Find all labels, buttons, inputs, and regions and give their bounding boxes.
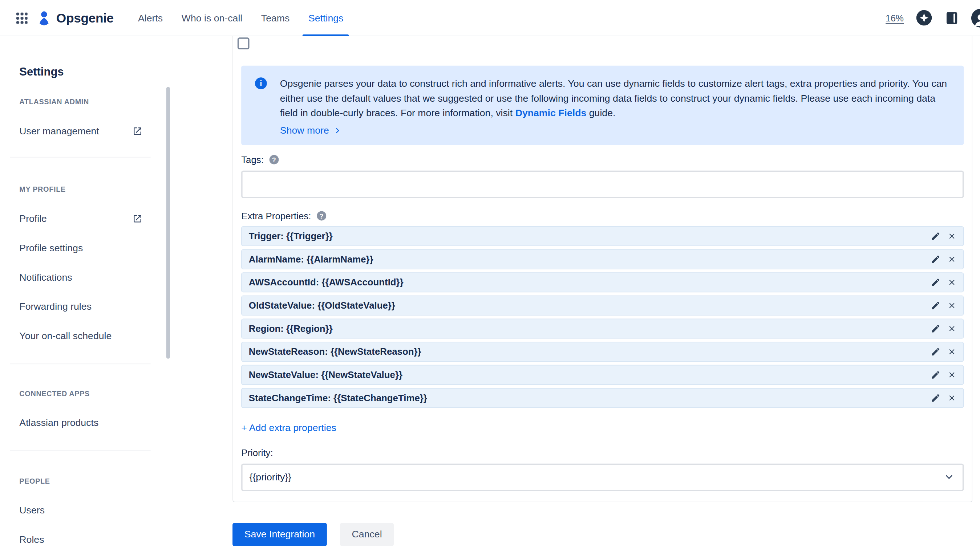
- priority-selected-value: {{priority}}: [250, 471, 292, 482]
- sidebar-scrollbar[interactable]: [166, 87, 170, 359]
- sidebar-item-notifications[interactable]: Notifications: [19, 270, 142, 284]
- sidebar-item-label: Roles: [19, 533, 44, 547]
- extra-property-value: Trigger: {{Trigger}}: [249, 230, 333, 241]
- remove-x-icon[interactable]: [948, 254, 956, 263]
- sidebar-item-forwarding-rules[interactable]: Forwarding rules: [19, 300, 142, 314]
- sidebar-item-label: Profile: [19, 212, 47, 225]
- sidebar-item-label: Your on-call schedule: [19, 329, 111, 343]
- primary-nav: Alerts Who is on-call Teams Settings: [132, 0, 356, 36]
- extra-properties-label-row: Extra Properties: ?: [241, 210, 964, 222]
- sidebar-item-label: Atlassian products: [19, 416, 99, 430]
- extra-properties-label: Extra Properties:: [241, 210, 311, 222]
- sidebar-divider: [10, 451, 151, 451]
- row-actions: [931, 323, 956, 333]
- sidebar-item-your-on-call-schedule[interactable]: Your on-call schedule: [19, 329, 142, 343]
- tags-help-icon[interactable]: ?: [269, 155, 278, 165]
- sidebar-item-roles[interactable]: Roles: [19, 533, 142, 547]
- opsgenie-logo-icon: [36, 10, 52, 26]
- row-actions: [931, 231, 956, 241]
- edit-pencil-icon[interactable]: [931, 277, 941, 287]
- info-icon: i: [255, 77, 267, 89]
- sidebar-item-profile[interactable]: Profile: [19, 212, 142, 225]
- form-checkbox[interactable]: [237, 37, 250, 49]
- remove-x-icon[interactable]: [948, 301, 956, 309]
- app-switcher-icon[interactable]: [16, 12, 28, 24]
- external-link-icon: [132, 214, 143, 224]
- row-actions: [931, 370, 956, 380]
- sidebar-item-user-management[interactable]: User management: [19, 124, 142, 138]
- edit-pencil-icon[interactable]: [931, 370, 941, 380]
- sidebar-divider: [10, 363, 151, 364]
- extra-property-value: AWSAccountId: {{AWSAccountId}}: [249, 277, 404, 287]
- edit-pencil-icon[interactable]: [931, 254, 941, 264]
- save-integration-button[interactable]: Save Integration: [232, 522, 327, 546]
- remove-x-icon[interactable]: [948, 393, 956, 402]
- info-text-after: guide.: [589, 108, 616, 118]
- compass-icon[interactable]: [916, 10, 932, 26]
- info-banner: i Opsgenie parses your data to construct…: [241, 66, 964, 145]
- sidebar-item-label: Users: [19, 504, 45, 517]
- info-banner-body: Opsgenie parses your data to construct r…: [280, 76, 951, 136]
- nav-item-teams[interactable]: Teams: [255, 0, 295, 36]
- remove-x-icon[interactable]: [948, 347, 956, 356]
- priority-label-row: Priority:: [241, 447, 964, 458]
- extra-property-value: AlarmName: {{AlarmName}}: [249, 254, 374, 264]
- brand-name: Opsgenie: [56, 10, 114, 25]
- extra-property-row: AlarmName: {{AlarmName}}: [241, 249, 964, 269]
- sidebar-item-profile-settings[interactable]: Profile settings: [19, 241, 142, 255]
- remove-x-icon[interactable]: [948, 370, 956, 379]
- dynamic-fields-link[interactable]: Dynamic Fields: [515, 108, 587, 118]
- row-actions: [931, 346, 956, 357]
- opsgenie-brand[interactable]: Opsgenie: [36, 10, 114, 26]
- extra-property-value: NewStateValue: {{NewStateValue}}: [249, 369, 402, 380]
- sidebar-item-label: Notifications: [19, 270, 72, 284]
- show-more-link[interactable]: Show more: [280, 125, 341, 136]
- nav-item-settings[interactable]: Settings: [303, 0, 349, 36]
- sidebar-divider: [10, 157, 151, 157]
- zoom-indicator[interactable]: 16%: [886, 13, 904, 23]
- priority-label: Priority:: [241, 447, 273, 458]
- external-link-icon: [132, 126, 143, 136]
- extra-property-value: Region: {{Region}}: [249, 323, 333, 334]
- integration-form-card: i Opsgenie parses your data to construct…: [232, 36, 972, 502]
- sidebar-item-label: User management: [19, 124, 99, 138]
- tags-input[interactable]: [241, 170, 964, 198]
- add-extra-properties-link[interactable]: + Add extra properties: [241, 422, 336, 433]
- sidebar-item-users[interactable]: Users: [19, 504, 142, 517]
- edit-pencil-icon[interactable]: [931, 346, 941, 357]
- remove-x-icon[interactable]: [948, 278, 956, 287]
- form-actions: Save Integration Cancel: [232, 522, 972, 546]
- edit-pencil-icon[interactable]: [931, 392, 941, 403]
- row-actions: [931, 277, 956, 287]
- extra-properties-help-icon[interactable]: ?: [317, 211, 326, 221]
- sidebar-item-atlassian-products[interactable]: Atlassian products: [19, 416, 142, 430]
- extra-properties-list: Trigger: {{Trigger}} AlarmName: {{AlarmN…: [241, 226, 964, 408]
- section-label-my-profile: MY PROFILE: [19, 184, 173, 195]
- section-label-connected-apps: CONNECTED APPS: [19, 389, 173, 399]
- extra-property-value: StateChangeTime: {{StateChangeTime}}: [249, 392, 427, 403]
- edit-pencil-icon[interactable]: [931, 323, 941, 333]
- edit-pencil-icon[interactable]: [931, 300, 941, 311]
- section-label-people: PEOPLE: [19, 476, 173, 486]
- tags-field-label-row: Tags: ?: [241, 154, 964, 165]
- user-avatar[interactable]: [971, 8, 980, 27]
- extra-property-row: NewStateReason: {{NewStateReason}}: [241, 341, 964, 361]
- extra-property-row: OldStateValue: {{OldStateValue}}: [241, 295, 964, 315]
- nav-right-cluster: 16%: [886, 8, 980, 27]
- chevron-down-icon: [944, 472, 954, 482]
- remove-x-icon[interactable]: [948, 232, 956, 240]
- remove-x-icon[interactable]: [948, 324, 956, 333]
- nav-item-alerts[interactable]: Alerts: [132, 0, 168, 36]
- chevron-right-icon: [334, 126, 342, 134]
- integration-settings-main: i Opsgenie parses your data to construct…: [173, 36, 980, 549]
- journal-icon[interactable]: [944, 10, 959, 25]
- extra-property-row: Trigger: {{Trigger}}: [241, 226, 964, 246]
- extra-property-row: NewStateValue: {{NewStateValue}}: [241, 365, 964, 384]
- edit-pencil-icon[interactable]: [931, 231, 941, 241]
- sidebar-title: Settings: [19, 65, 173, 79]
- priority-select[interactable]: {{priority}}: [241, 463, 964, 491]
- nav-item-who-is-on-call[interactable]: Who is on-call: [176, 0, 248, 36]
- tags-label: Tags:: [241, 154, 264, 165]
- cancel-button[interactable]: Cancel: [340, 522, 394, 546]
- extra-property-value: OldStateValue: {{OldStateValue}}: [249, 300, 395, 311]
